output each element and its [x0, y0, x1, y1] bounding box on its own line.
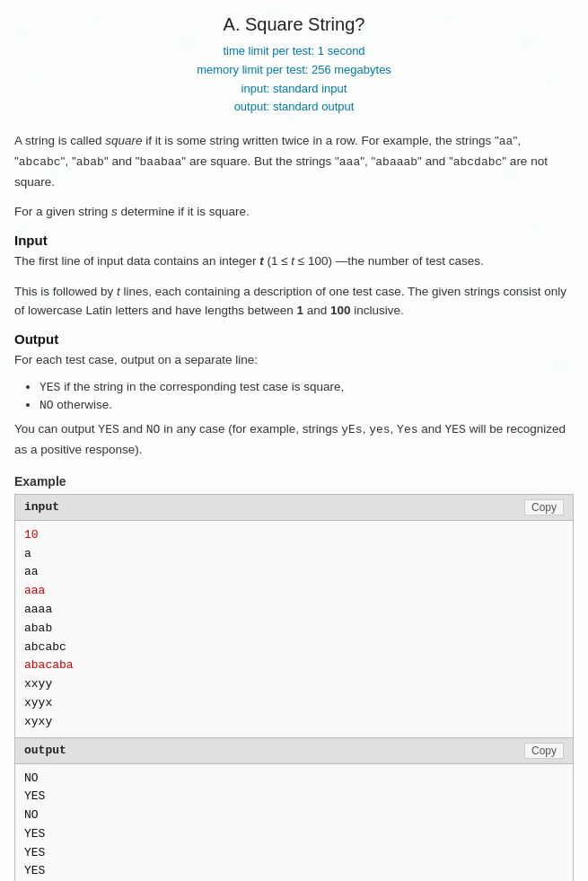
input-line-0: 10	[24, 526, 564, 545]
ex-abab: abab	[76, 155, 104, 169]
input-header-label: input	[24, 500, 59, 514]
output-header: output Copy	[15, 738, 573, 764]
output-block: output Copy NO YES NO YES YES YES NO NO …	[14, 738, 574, 882]
input-copy-button[interactable]: Copy	[524, 499, 564, 515]
ex-yes1: yEs	[341, 423, 362, 436]
input-para2: This is followed by t lines, each contai…	[14, 282, 574, 321]
var-t: t	[259, 254, 264, 268]
ex-aaa: aaa	[339, 155, 360, 169]
main-content: A. Square String? time limit per test: 1…	[0, 0, 588, 881]
var-t2: t	[291, 254, 294, 268]
output-line-3: YES	[24, 825, 564, 844]
output-line-1: YES	[24, 788, 564, 806]
problem-para1: A string is called square if it is some …	[14, 131, 574, 191]
ex-baabaa: baabaa	[140, 155, 182, 169]
output-content: NO YES NO YES YES YES NO NO NO YES	[15, 764, 573, 882]
output-line-5: YES	[24, 862, 564, 881]
code-no: NO	[146, 423, 161, 436]
input-line-6: abcabc	[24, 639, 564, 657]
italic-square: square	[105, 134, 142, 147]
output-copy-button[interactable]: Copy	[524, 743, 564, 759]
ex-abaaab: abaaab	[375, 155, 417, 169]
input-line-4: aaaa	[24, 601, 564, 620]
bullet-no: NO otherwise.	[39, 398, 574, 412]
output-line-0: NO	[24, 770, 564, 788]
output-title: Output	[14, 331, 574, 347]
ex-aa: aa	[499, 135, 513, 148]
input-type: input: standard input	[14, 80, 574, 99]
page-title: A. Square String?	[14, 14, 574, 35]
output-line-4: YES	[24, 844, 564, 863]
var-s: s	[111, 205, 118, 218]
example-label: Example	[14, 474, 574, 489]
problem-para2: For a given string s determine if it is …	[14, 202, 574, 222]
memory-limit: memory limit per test: 256 megabytes	[14, 61, 574, 80]
meta-info: time limit per test: 1 second memory lim…	[14, 42, 574, 117]
num-1: 1	[296, 304, 303, 317]
input-line-7: abacaba	[24, 656, 564, 675]
input-para1: The first line of input data contains an…	[14, 251, 574, 271]
time-limit: time limit per test: 1 second	[14, 42, 574, 61]
ex-yes4: YES	[445, 423, 466, 436]
input-block: input Copy 10 a aa aaa aaaa abab abcabc …	[14, 494, 574, 738]
note-para: You can output YES and NO in any case (f…	[14, 419, 574, 459]
num-100: 100	[330, 304, 351, 317]
bullet-yes: YES if the string in the corresponding t…	[39, 380, 574, 394]
output-line-2: NO	[24, 806, 564, 825]
input-title: Input	[14, 233, 574, 248]
input-line-10: xyxy	[24, 713, 564, 732]
ex-abcabc: abcabc	[19, 155, 61, 169]
output-header-label: output	[24, 744, 66, 757]
input-line-3: aaa	[24, 582, 564, 601]
input-line-5: abab	[24, 620, 564, 639]
input-line-1: a	[24, 545, 564, 564]
input-line-2: aa	[24, 563, 564, 582]
var-t3: t	[117, 285, 120, 298]
ex-yes2: yes	[369, 423, 390, 436]
input-content: 10 a aa aaa aaaa abab abcabc abacaba xxy…	[15, 521, 573, 737]
ex-yes3: Yes	[397, 423, 417, 436]
input-line-9: xyyx	[24, 694, 564, 713]
input-line-8: xxyy	[24, 675, 564, 694]
output-type: output: standard output	[14, 98, 574, 117]
output-bullets: YES if the string in the corresponding t…	[39, 380, 574, 412]
output-para1: For each test case, output on a separate…	[14, 350, 574, 370]
code-yes: YES	[98, 423, 118, 436]
input-header: input Copy	[15, 495, 573, 521]
ex-abcdabc: abcdabc	[453, 155, 503, 169]
